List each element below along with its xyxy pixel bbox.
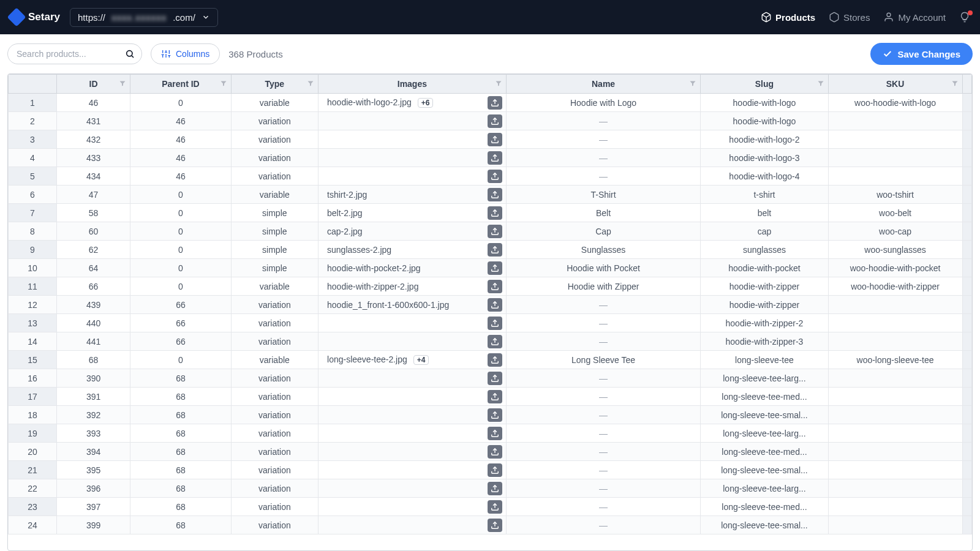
cell-sku[interactable] <box>828 424 962 443</box>
cell-parent[interactable]: 46 <box>130 112 231 130</box>
cell-name[interactable]: T-Shirt <box>506 186 701 204</box>
cell-parent[interactable]: 0 <box>130 259 231 277</box>
filter-icon[interactable] <box>495 79 502 89</box>
cell-images[interactable]: hoodie-with-pocket-2.jpg <box>318 259 507 277</box>
cell-slug[interactable]: long-sleeve-tee-smal... <box>701 516 828 534</box>
cell-type[interactable]: variation <box>231 130 318 149</box>
cell-sku[interactable] <box>828 443 962 461</box>
filter-icon[interactable] <box>817 79 824 89</box>
cell-sku[interactable]: woo-belt <box>828 204 962 222</box>
table-row[interactable]: 2239668variation—long-sleeve-tee-larg... <box>9 479 972 498</box>
nav-feedback[interactable] <box>959 12 970 23</box>
cell-name[interactable]: Belt <box>506 204 701 222</box>
cell-parent[interactable]: 68 <box>130 443 231 461</box>
cell-id[interactable]: 64 <box>56 259 130 277</box>
col-images-header[interactable]: Images <box>318 75 507 94</box>
upload-button[interactable] <box>488 261 502 275</box>
cell-parent[interactable]: 46 <box>130 167 231 186</box>
cell-images[interactable] <box>318 516 507 534</box>
nav-products[interactable]: Products <box>761 12 815 23</box>
cell-sku[interactable] <box>828 112 962 130</box>
cell-slug[interactable]: hoodie-with-logo-2 <box>701 130 828 149</box>
cell-slug[interactable]: long-sleeve-tee-larg... <box>701 369 828 388</box>
cell-id[interactable]: 399 <box>56 516 130 534</box>
cell-name[interactable]: — <box>506 332 701 351</box>
cell-images[interactable] <box>318 443 507 461</box>
cell-name[interactable]: Hoodie with Logo <box>506 94 701 112</box>
cell-type[interactable]: simple <box>231 204 318 222</box>
cell-sku[interactable] <box>828 332 962 351</box>
cell-type[interactable]: variation <box>231 461 318 479</box>
cell-name[interactable]: — <box>506 516 701 534</box>
upload-button[interactable] <box>488 225 502 238</box>
cell-id[interactable]: 393 <box>56 424 130 443</box>
cell-slug[interactable]: hoodie-with-pocket <box>701 259 828 277</box>
cell-slug[interactable]: hoodie-with-zipper <box>701 277 828 296</box>
cell-type[interactable]: variation <box>231 296 318 314</box>
cell-name[interactable]: — <box>506 461 701 479</box>
col-rownum-header[interactable] <box>9 75 57 94</box>
upload-button[interactable] <box>488 114 502 128</box>
cell-type[interactable]: variable <box>231 94 318 112</box>
cell-sku[interactable]: woo-cap <box>828 222 962 241</box>
cell-sku[interactable] <box>828 388 962 406</box>
cell-images[interactable]: cap-2.jpg <box>318 222 507 241</box>
cell-type[interactable]: variation <box>231 112 318 130</box>
cell-slug[interactable]: cap <box>701 222 828 241</box>
cell-id[interactable]: 391 <box>56 388 130 406</box>
filter-icon[interactable] <box>689 79 696 89</box>
cell-name[interactable]: — <box>506 112 701 130</box>
cell-id[interactable]: 60 <box>56 222 130 241</box>
cell-name[interactable]: — <box>506 149 701 167</box>
table-row[interactable]: 2439968variation—long-sleeve-tee-smal... <box>9 516 972 534</box>
cell-images[interactable] <box>318 369 507 388</box>
filter-icon[interactable] <box>119 79 126 89</box>
cell-slug[interactable]: long-sleeve-tee-larg... <box>701 424 828 443</box>
cell-parent[interactable]: 68 <box>130 498 231 516</box>
table-row[interactable]: 10640simplehoodie-with-pocket-2.jpgHoodi… <box>9 259 972 277</box>
table-row[interactable]: 7580simplebelt-2.jpgBeltbeltwoo-belt <box>9 204 972 222</box>
cell-parent[interactable]: 0 <box>130 204 231 222</box>
cell-name[interactable]: Hoodie with Zipper <box>506 277 701 296</box>
upload-button[interactable] <box>488 463 502 477</box>
cell-images[interactable]: sunglasses-2.jpg <box>318 241 507 259</box>
upload-button[interactable] <box>488 445 502 459</box>
cell-type[interactable]: variation <box>231 388 318 406</box>
cell-parent[interactable]: 68 <box>130 461 231 479</box>
upload-button[interactable] <box>488 206 502 220</box>
table-row[interactable]: 343246variation—hoodie-with-logo-2 <box>9 130 972 149</box>
upload-button[interactable] <box>488 298 502 312</box>
cell-slug[interactable]: long-sleeve-tee-med... <box>701 443 828 461</box>
cell-parent[interactable]: 68 <box>130 479 231 498</box>
table-row[interactable]: 243146variation—hoodie-with-logo <box>9 112 972 130</box>
search-input[interactable] <box>7 43 142 64</box>
col-slug-header[interactable]: Slug <box>701 75 828 94</box>
cell-id[interactable]: 58 <box>56 204 130 222</box>
col-id-header[interactable]: ID <box>56 75 130 94</box>
table-row[interactable]: 1460variablehoodie-with-logo-2.jpg+6Hood… <box>9 94 972 112</box>
cell-type[interactable]: variation <box>231 516 318 534</box>
cell-id[interactable]: 439 <box>56 296 130 314</box>
cell-images[interactable]: tshirt-2.jpg <box>318 186 507 204</box>
cell-sku[interactable]: woo-long-sleeve-tee <box>828 351 962 369</box>
cell-id[interactable]: 394 <box>56 443 130 461</box>
cell-parent[interactable]: 68 <box>130 424 231 443</box>
cell-parent[interactable]: 66 <box>130 314 231 332</box>
cell-images[interactable] <box>318 112 507 130</box>
table-row[interactable]: 9620simplesunglasses-2.jpgSunglassessung… <box>9 241 972 259</box>
cell-images[interactable] <box>318 130 507 149</box>
table-row[interactable]: 8600simplecap-2.jpgCapcapwoo-cap <box>9 222 972 241</box>
cell-images[interactable]: long-sleeve-tee-2.jpg+4 <box>318 351 507 369</box>
cell-parent[interactable]: 0 <box>130 351 231 369</box>
cell-parent[interactable]: 66 <box>130 332 231 351</box>
col-type-header[interactable]: Type <box>231 75 318 94</box>
cell-sku[interactable]: woo-hoodie-with-pocket <box>828 259 962 277</box>
cell-name[interactable]: — <box>506 498 701 516</box>
cell-id[interactable]: 66 <box>56 277 130 296</box>
cell-images[interactable] <box>318 406 507 424</box>
table-row[interactable]: 1839268variation—long-sleeve-tee-smal... <box>9 406 972 424</box>
cell-sku[interactable]: woo-hoodie-with-zipper <box>828 277 962 296</box>
upload-button[interactable] <box>488 133 502 146</box>
table-row[interactable]: 2339768variation—long-sleeve-tee-med... <box>9 498 972 516</box>
table-row[interactable]: 1243966variationhoodie_1_front-1-600x600… <box>9 296 972 314</box>
